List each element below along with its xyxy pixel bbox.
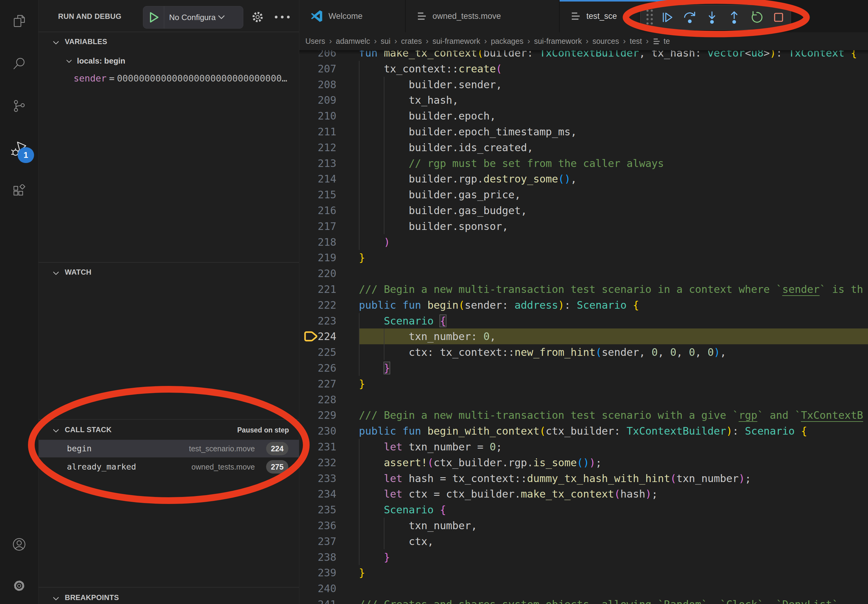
code-line-217[interactable]: 217 builder.sponsor, bbox=[299, 218, 868, 234]
line-number[interactable]: 230 bbox=[299, 423, 336, 439]
code-line-207[interactable]: 207 tx_context::create( bbox=[299, 61, 868, 77]
line-number[interactable]: 237 bbox=[299, 533, 336, 549]
explorer-icon[interactable] bbox=[12, 14, 26, 28]
line-number[interactable]: 233 bbox=[299, 471, 336, 486]
extensions-icon[interactable] bbox=[12, 184, 26, 198]
variable-row[interactable]: sender=000000000000000000000000000000… bbox=[74, 73, 293, 88]
line-number[interactable]: 229 bbox=[299, 407, 336, 423]
breadcrumb-item[interactable]: packages bbox=[491, 37, 524, 46]
watch-section-header[interactable]: WATCH bbox=[39, 265, 299, 280]
line-number[interactable]: 236 bbox=[299, 517, 336, 533]
breadcrumb-item[interactable]: Users bbox=[305, 37, 325, 46]
code-line-216[interactable]: 216 builder.gas_budget, bbox=[299, 203, 868, 218]
tab-owned-tests[interactable]: owned_tests.move bbox=[406, 0, 560, 32]
line-number[interactable]: 240 bbox=[299, 581, 336, 596]
line-number[interactable]: 212 bbox=[299, 139, 336, 155]
line-number[interactable]: 208 bbox=[299, 77, 336, 93]
code-line-223[interactable]: 223 Scenario { bbox=[299, 313, 868, 329]
code-line-224[interactable]: 224 txn_number: 0, bbox=[299, 328, 868, 344]
code-line-213[interactable]: 213 // rgp must be set from the caller a… bbox=[299, 155, 868, 171]
line-number[interactable]: 228 bbox=[299, 392, 336, 407]
code-line-234[interactable]: 234 let ctx = ctx_builder.make_tx_contex… bbox=[299, 486, 868, 502]
line-number[interactable]: 232 bbox=[299, 455, 336, 471]
line-number[interactable]: 223 bbox=[299, 313, 336, 329]
code-line-239[interactable]: 239} bbox=[299, 565, 868, 581]
code-line-211[interactable]: 211 builder.epoch_timestamp_ms, bbox=[299, 124, 868, 139]
code-area[interactable]: 206fun make_tx_context(builder: TxContex… bbox=[299, 0, 868, 604]
code-line-241[interactable]: 241/// Creates and shares system objects… bbox=[299, 596, 868, 604]
breadcrumb-item[interactable]: adamwelc bbox=[336, 37, 370, 46]
code-line-231[interactable]: 231 let txn_number = 0; bbox=[299, 439, 868, 455]
line-number[interactable]: 211 bbox=[299, 124, 336, 139]
step-over-button[interactable] bbox=[679, 5, 701, 30]
code-line-218[interactable]: 218 ) bbox=[299, 234, 868, 250]
stop-button[interactable] bbox=[767, 5, 789, 30]
line-number[interactable]: 218 bbox=[299, 234, 336, 250]
callstack-frame-already-marked[interactable]: already_marked owned_tests.move 275 bbox=[39, 458, 299, 475]
line-number[interactable]: 215 bbox=[299, 187, 336, 203]
line-number[interactable]: 214 bbox=[299, 171, 336, 187]
breakpoints-section-header[interactable]: BREAKPOINTS bbox=[39, 591, 299, 604]
step-out-button[interactable] bbox=[723, 5, 745, 30]
start-debug-icon[interactable] bbox=[148, 11, 160, 24]
variables-section-header[interactable]: VARIABLES bbox=[39, 35, 299, 49]
code-line-229[interactable]: 229/// Begin a new multi-transaction tes… bbox=[299, 407, 868, 423]
code-line-235[interactable]: 235 Scenario { bbox=[299, 502, 868, 517]
search-icon[interactable] bbox=[12, 57, 26, 71]
code-line-210[interactable]: 210 builder.epoch, bbox=[299, 108, 868, 124]
line-number[interactable]: 225 bbox=[299, 344, 336, 360]
restart-button[interactable] bbox=[745, 5, 767, 30]
line-number[interactable]: 217 bbox=[299, 218, 336, 234]
line-number[interactable]: 222 bbox=[299, 297, 336, 313]
code-line-208[interactable]: 208 builder.sender, bbox=[299, 77, 868, 93]
code-line-230[interactable]: 230public fun begin_with_context(ctx_bui… bbox=[299, 423, 868, 439]
line-number[interactable]: 221 bbox=[299, 281, 336, 297]
line-number[interactable]: 235 bbox=[299, 502, 336, 517]
code-line-209[interactable]: 209 tx_hash, bbox=[299, 92, 868, 108]
breadcrumb-item[interactable]: sui-framework bbox=[432, 37, 480, 46]
configuration-dropdown[interactable]: No Configura bbox=[169, 13, 215, 22]
breadcrumb-item[interactable]: sources bbox=[592, 37, 619, 46]
line-number[interactable]: 213 bbox=[299, 155, 336, 171]
line-number[interactable]: 220 bbox=[299, 265, 336, 281]
source-control-icon[interactable] bbox=[12, 99, 26, 113]
variables-scope-row[interactable]: locals: begin bbox=[39, 54, 299, 69]
line-number[interactable]: 234 bbox=[299, 486, 336, 502]
step-into-button[interactable] bbox=[701, 5, 723, 30]
line-number[interactable]: 241 bbox=[299, 596, 336, 604]
breadcrumb-item[interactable]: sui bbox=[381, 37, 391, 46]
line-number[interactable]: 231 bbox=[299, 439, 336, 455]
breadcrumb-item[interactable]: sui-framework bbox=[534, 37, 582, 46]
breadcrumb-item[interactable]: test bbox=[629, 37, 642, 46]
continue-button[interactable] bbox=[656, 5, 679, 30]
chevron-down-icon[interactable] bbox=[216, 12, 226, 23]
code-line-219[interactable]: 219} bbox=[299, 250, 868, 265]
code-line-237[interactable]: 237 ctx, bbox=[299, 533, 868, 549]
account-icon[interactable] bbox=[12, 537, 26, 551]
breadcrumb-item[interactable]: crates bbox=[401, 37, 422, 46]
debug-settings-gear-icon[interactable] bbox=[251, 10, 265, 24]
breadcrumb-item-file[interactable]: te bbox=[663, 37, 670, 46]
line-number[interactable]: 219 bbox=[299, 250, 336, 265]
line-number[interactable]: 226 bbox=[299, 360, 336, 376]
line-number[interactable]: 207 bbox=[299, 61, 336, 77]
code-line-215[interactable]: 215 builder.gas_price, bbox=[299, 187, 868, 203]
line-number[interactable]: 209 bbox=[299, 92, 336, 108]
code-line-232[interactable]: 232 assert!(ctx_builder.rgp.is_some()); bbox=[299, 455, 868, 471]
line-number[interactable]: 227 bbox=[299, 376, 336, 392]
code-line-212[interactable]: 212 builder.ids_created, bbox=[299, 139, 868, 155]
settings-gear-icon[interactable] bbox=[12, 579, 26, 593]
code-line-236[interactable]: 236 txn_number, bbox=[299, 517, 868, 533]
tab-welcome[interactable]: Welcome bbox=[299, 0, 406, 32]
line-number[interactable]: 216 bbox=[299, 203, 336, 218]
code-line-227[interactable]: 227} bbox=[299, 376, 868, 392]
line-number[interactable]: 238 bbox=[299, 549, 336, 565]
call-stack-section-header[interactable]: CALL STACK Paused on step bbox=[39, 423, 299, 437]
code-line-238[interactable]: 238 } bbox=[299, 549, 868, 565]
drag-handle-icon[interactable] bbox=[645, 8, 654, 26]
code-line-221[interactable]: 221/// Begin a new multi-transaction tes… bbox=[299, 281, 868, 297]
code-line-214[interactable]: 214 builder.rgp.destroy_some(), bbox=[299, 171, 868, 187]
line-number[interactable]: 224 bbox=[299, 328, 336, 344]
code-line-220[interactable]: 220 bbox=[299, 265, 868, 281]
callstack-frame-begin[interactable]: begin test_scenario.move 224 bbox=[39, 440, 299, 457]
